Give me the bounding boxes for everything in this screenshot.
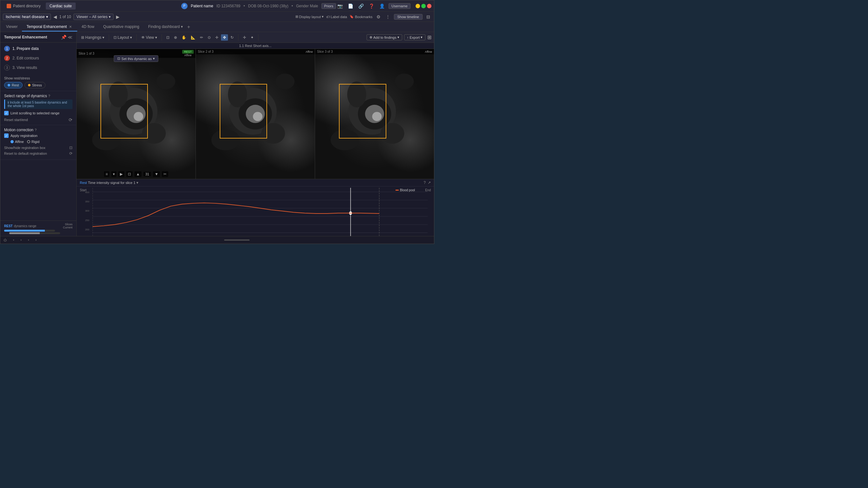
view-button[interactable]: 👁 View ▾ — [139, 34, 159, 41]
document-icon[interactable]: 📄 — [347, 3, 354, 9]
minimize-button[interactable] — [415, 4, 420, 8]
step-prepare-data[interactable]: 1 1. Prepare data — [0, 44, 76, 53]
slice-3-num: Slice 3 of 3 — [317, 50, 333, 53]
more-options-icon[interactable]: ⋮ — [384, 14, 392, 20]
zoom-button[interactable]: ⊕ — [172, 34, 179, 41]
layout-button[interactable]: ⊡ Layout ▾ — [112, 34, 134, 41]
affine-radio[interactable]: Affine — [10, 140, 24, 143]
rotate-button[interactable]: ↻ — [228, 34, 236, 41]
timeline-icon[interactable]: ⊟ — [425, 14, 431, 20]
close-temporal-enhancement-tab[interactable]: ✕ — [68, 25, 73, 29]
window-level-button[interactable]: ⊡ — [164, 34, 172, 41]
patient-directory-tab[interactable]: Patient directory — [3, 3, 44, 9]
reset-default-row[interactable]: Reset to default registration ⟳ — [4, 151, 72, 156]
mri-placeholder-1 — [76, 49, 195, 179]
username-button[interactable]: Username — [389, 3, 410, 9]
svg-point-15 — [276, 74, 295, 89]
graph-export-button[interactable]: ↗ — [428, 181, 431, 185]
limit-scroll-checkbox[interactable]: ✓ Limit scrolling to selected range — [4, 111, 72, 115]
tab-quantitative-mapping[interactable]: Quantitative mapping — [99, 23, 144, 31]
slices-track[interactable] — [4, 230, 55, 232]
bookmarks-button[interactable]: 🔖 Bookmarks — [349, 14, 372, 19]
image-slice-3: Slice 3 of 3 Affine — [315, 49, 434, 179]
annotate-button[interactable]: ✏ — [198, 34, 205, 41]
show-hide-registration-row[interactable]: Show/hide registration box ⊡ — [4, 145, 72, 150]
user-icon[interactable]: 👤 — [378, 3, 386, 9]
roi-button[interactable]: ⊙ — [206, 34, 213, 41]
step-edit-contours[interactable]: 2 2. Edit contours — [0, 53, 76, 63]
mri-image-3[interactable] — [315, 49, 434, 179]
settings-icon[interactable]: ⚙ — [375, 14, 382, 20]
series-selector[interactable]: Viewer – All series ▾ — [73, 14, 114, 20]
reset-start-end-label[interactable]: Reset start/end — [4, 118, 28, 122]
dynamics-track[interactable] — [9, 232, 60, 234]
add-tab-button[interactable]: + — [187, 24, 190, 30]
share-icon[interactable]: 🔗 — [357, 3, 365, 9]
rest-label: Rest — [12, 83, 19, 87]
grid-view-button[interactable]: ⊞ — [427, 34, 431, 40]
sequence-button-1[interactable]: ⊡ — [126, 171, 132, 177]
mri-image-1[interactable] — [76, 49, 195, 179]
blood-pool-legend: Blood pool — [396, 188, 415, 192]
reset-start-end-icon[interactable]: ⟳ — [69, 117, 72, 122]
tab-viewer[interactable]: Viewer — [2, 23, 22, 31]
scissors-button-1[interactable]: ✂ — [162, 171, 168, 177]
maximize-button[interactable] — [421, 4, 426, 8]
stress-radio-button[interactable]: Stress — [25, 82, 45, 88]
sequence-down-button-1[interactable]: ▼ — [153, 171, 160, 177]
series-count: 1 of 10 — [59, 14, 71, 19]
mri-placeholder-2 — [196, 49, 315, 179]
findings-icon: ⊕ — [369, 35, 372, 39]
rigid-radio[interactable]: Rigid — [27, 140, 39, 143]
tab-temporal-enhancement[interactable]: Temporal Enhancement ✕ — [22, 23, 77, 31]
rest-radio-button[interactable]: Rest — [4, 82, 23, 88]
graph-help-button[interactable]: ? — [424, 181, 426, 185]
tab-4d-flow[interactable]: 4D flow — [77, 23, 99, 31]
range-help-icon[interactable]: ? — [48, 94, 50, 98]
play-button-1[interactable]: ▶ — [118, 171, 124, 177]
export-icon: ↑ — [407, 36, 409, 39]
hangings-button[interactable]: ⊞ Hangings ▾ — [79, 34, 106, 41]
motion-correction-section: Motion correction ? ✓ Apply registration… — [0, 125, 76, 160]
priors-button[interactable]: Priors — [321, 3, 336, 9]
graph-dropdown-button[interactable]: ▾ — [136, 181, 138, 185]
prev-series-button[interactable]: ◀ — [54, 14, 57, 20]
step-icon-3: 3 — [4, 65, 10, 70]
set-dynamic-popup[interactable]: ⊡ Set this dynamic as ▾ — [114, 55, 158, 62]
apply-registration-row[interactable]: ✓ Apply registration — [4, 133, 72, 138]
svg-point-11 — [253, 112, 262, 121]
end-label: End — [425, 188, 431, 192]
condition-selector[interactable]: Ischemic heart disease ▾ — [3, 14, 51, 20]
label-data-button[interactable]: 🏷 Label data — [326, 15, 347, 19]
collapse-panel-button[interactable]: ≪ — [68, 35, 72, 40]
crosshair-button[interactable]: ✛ — [213, 34, 220, 41]
tab-finding-dashboard[interactable]: Finding dashboard ▾ — [144, 23, 187, 31]
pan-button[interactable]: ✋ — [180, 34, 188, 41]
info-icon: ℹ — [8, 101, 9, 104]
heart-svg-1 — [76, 49, 195, 179]
extra-tools-button[interactable]: ✦ — [249, 34, 256, 41]
step-label-3: 3. View results — [12, 65, 37, 70]
steps-list: 1 1. Prepare data 2 2. Edit contours 3 3… — [0, 42, 76, 74]
display-layout-button[interactable]: ⊞ Display layout ▾ — [296, 14, 324, 19]
layers-down-button-1[interactable]: ▾ — [111, 171, 116, 177]
camera-icon[interactable]: 📷 — [336, 3, 344, 9]
snap-button[interactable]: ✛ — [241, 34, 248, 41]
measure-button[interactable]: 📐 — [189, 34, 197, 41]
layers-button-1[interactable]: ≡ — [104, 171, 110, 177]
add-to-findings-button[interactable]: ⊕ Add to findings ▾ — [367, 34, 402, 40]
sequence-up-button-1[interactable]: ▲ — [134, 171, 142, 177]
cardiac-suite-tab[interactable]: Cardiac suite — [46, 3, 76, 9]
step-view-results[interactable]: 3 3. View results — [0, 63, 76, 72]
help-icon[interactable]: ❓ — [368, 3, 375, 9]
chevron-down-icon7: ▾ — [155, 35, 157, 40]
export-button[interactable]: ↑ Export ▾ — [404, 34, 426, 40]
move-button[interactable]: ✥ — [221, 34, 228, 41]
pin-panel-button[interactable]: 📌 — [61, 35, 66, 40]
snap-tools-group: ✛ ✦ — [241, 34, 258, 41]
mri-image-2[interactable] — [196, 49, 315, 179]
close-button[interactable] — [427, 4, 431, 8]
next-series-button[interactable]: ▶ — [116, 14, 120, 20]
motion-help-icon[interactable]: ? — [35, 128, 37, 132]
show-timeline-button[interactable]: Show timeline — [394, 14, 423, 20]
